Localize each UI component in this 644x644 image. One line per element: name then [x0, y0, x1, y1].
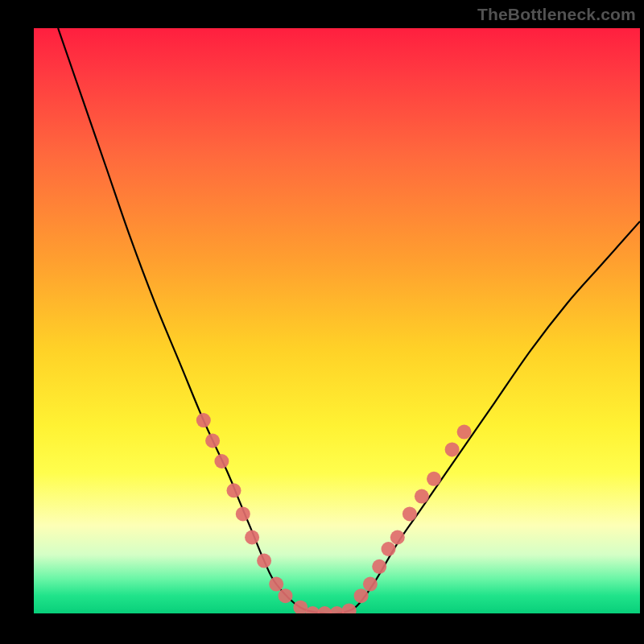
- data-marker: [227, 483, 242, 497]
- data-marker: [279, 588, 293, 603]
- data-marker: [245, 530, 259, 545]
- data-marker: [402, 506, 417, 521]
- curve-line-group: [58, 28, 640, 613]
- data-marker: [196, 413, 211, 427]
- marker-group: [196, 413, 472, 613]
- chart-svg: [34, 28, 640, 613]
- data-marker: [269, 577, 283, 592]
- data-marker: [390, 530, 405, 545]
- data-marker: [354, 588, 369, 603]
- data-marker: [372, 559, 386, 574]
- data-marker: [293, 601, 308, 613]
- plot-area: [34, 28, 640, 613]
- data-marker: [427, 472, 441, 486]
- data-marker: [205, 434, 220, 448]
- data-marker: [257, 554, 271, 568]
- data-marker: [342, 603, 357, 613]
- curve-path: [58, 28, 640, 613]
- data-marker: [445, 442, 460, 456]
- data-marker: [214, 454, 229, 469]
- data-marker: [363, 577, 378, 592]
- data-marker: [382, 542, 396, 556]
- data-marker: [457, 425, 472, 440]
- data-marker: [236, 506, 250, 521]
- data-marker: [415, 489, 429, 504]
- outer-frame: TheBottleneck.com: [0, 0, 644, 644]
- attribution-text: TheBottleneck.com: [477, 5, 636, 24]
